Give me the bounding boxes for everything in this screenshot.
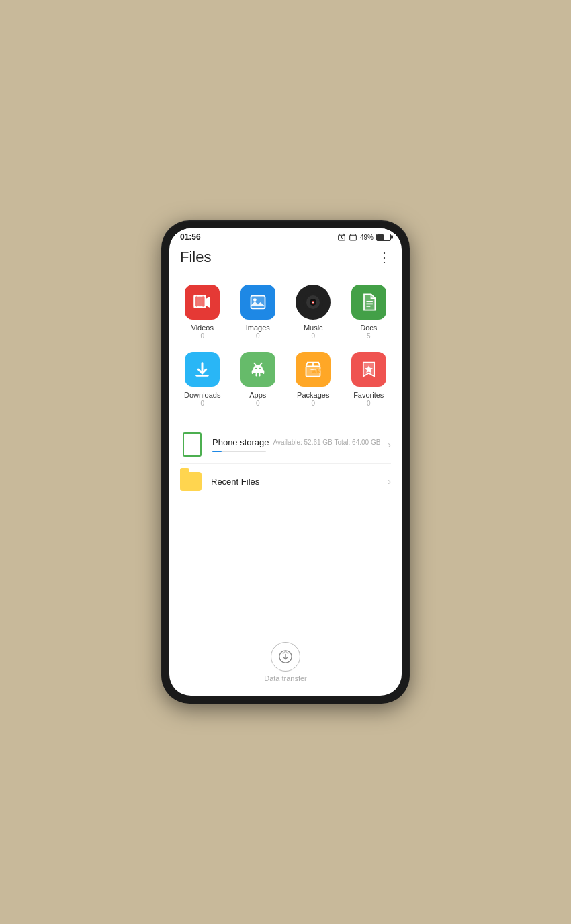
packages-count: 0	[311, 400, 315, 407]
app-header: Files ⋮	[169, 243, 402, 274]
downloads-icon	[185, 352, 220, 387]
images-icon	[240, 285, 275, 320]
svg-line-19	[254, 363, 255, 365]
apps-label: Apps	[249, 391, 266, 399]
favorites-count: 0	[367, 400, 371, 407]
data-transfer-label: Data transfer	[264, 674, 307, 682]
alarm2-icon	[349, 233, 357, 242]
storage-section: Phone storage Available: 52.61 GB Total:…	[169, 419, 402, 506]
storage-bar	[212, 451, 266, 452]
status-time: 01:56	[180, 232, 201, 242]
phone-screen: 01:56 49% Files ⋮	[169, 228, 402, 696]
svg-point-7	[253, 298, 257, 302]
videos-icon	[185, 285, 220, 320]
battery-fill	[377, 234, 384, 240]
phone-storage-item[interactable]: Phone storage Available: 52.61 GB Total:…	[180, 426, 391, 464]
transfer-icon	[278, 649, 293, 664]
svg-point-12	[312, 302, 314, 303]
images-label: Images	[246, 324, 270, 332]
apps-icon	[240, 352, 275, 387]
svg-text:WNW: WNW	[312, 369, 322, 375]
downloads-count: 0	[200, 400, 204, 407]
recent-files-item[interactable]: Recent Files ›	[180, 464, 391, 499]
svg-rect-21	[251, 370, 253, 374]
favorites-icon	[351, 352, 386, 387]
recent-chevron-icon: ›	[388, 476, 391, 487]
storage-bar-fill	[212, 451, 222, 452]
svg-rect-22	[263, 370, 264, 374]
page-title: Files	[180, 248, 211, 266]
docs-icon	[351, 285, 386, 320]
images-count: 0	[256, 332, 260, 340]
status-bar: 01:56 49%	[169, 228, 402, 243]
favorites-label: Favorites	[353, 391, 384, 399]
docs-label: Docs	[360, 324, 377, 332]
docs-count: 5	[367, 332, 371, 340]
category-videos[interactable]: Videos 0	[175, 279, 230, 346]
storage-info: Phone storage Available: 52.61 GB Total:…	[212, 437, 382, 452]
music-label: Music	[304, 324, 323, 332]
category-apps[interactable]: Apps 0	[230, 346, 286, 414]
category-images[interactable]: Images 0	[230, 279, 286, 346]
category-packages[interactable]: WNW Packages 0	[286, 346, 341, 414]
status-icons: 49%	[337, 233, 391, 242]
category-music[interactable]: Music 0	[286, 279, 341, 346]
packages-icon: WNW	[296, 352, 331, 387]
phone-device: 01:56 49% Files ⋮	[161, 220, 410, 704]
music-count: 0	[311, 332, 315, 340]
storage-name: Phone storage Available: 52.61 GB Total:…	[212, 437, 382, 447]
alarm-icon	[337, 233, 346, 242]
phone-storage-icon	[180, 432, 204, 457]
data-transfer-button[interactable]	[271, 642, 300, 672]
category-favorites[interactable]: Favorites 0	[341, 346, 397, 414]
downloads-label: Downloads	[184, 391, 220, 399]
packages-label: Packages	[297, 391, 329, 399]
svg-rect-23	[255, 373, 257, 377]
battery-percent: 49%	[360, 234, 374, 241]
storage-available: Available: 52.61 GB Total: 64.00 GB	[273, 438, 381, 446]
category-grid: Videos 0 Images 0	[169, 274, 402, 419]
svg-rect-6	[251, 296, 265, 309]
svg-line-20	[260, 363, 261, 365]
svg-rect-1	[350, 235, 357, 240]
more-options-button[interactable]: ⋮	[378, 250, 391, 264]
category-docs[interactable]: Docs 5	[341, 279, 397, 346]
apps-count: 0	[256, 400, 260, 407]
music-icon	[296, 285, 331, 320]
videos-count: 0	[200, 332, 204, 340]
svg-rect-24	[259, 373, 260, 377]
recent-files-icon	[180, 472, 202, 491]
category-downloads[interactable]: Downloads 0	[175, 346, 230, 414]
svg-point-17	[255, 368, 257, 369]
chevron-right-icon: ›	[388, 439, 391, 450]
videos-label: Videos	[191, 324, 214, 332]
data-transfer-section: Data transfer	[169, 631, 402, 696]
recent-files-label: Recent Files	[211, 477, 259, 487]
svg-point-18	[259, 368, 261, 369]
battery-icon	[376, 234, 391, 241]
